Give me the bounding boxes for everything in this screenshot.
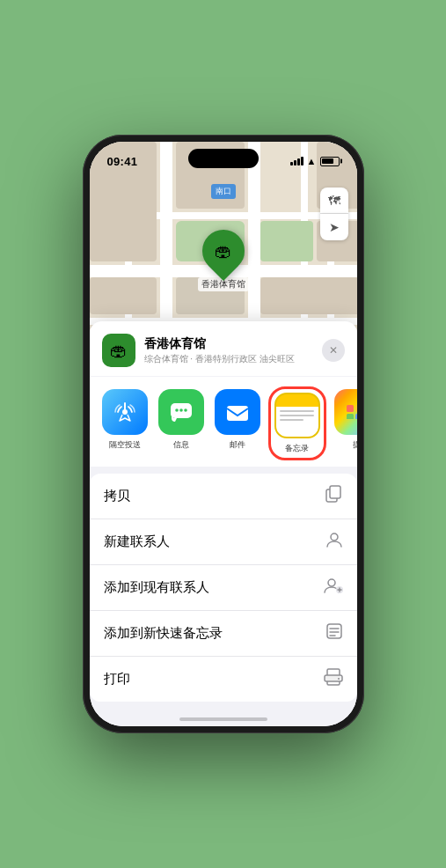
bottom-sheet: 🏟 香港体育馆 综合体育馆 · 香港特别行政区 油尖旺区 ✕ xyxy=(90,321,357,726)
svg-point-3 xyxy=(179,408,183,412)
dynamic-island xyxy=(188,149,259,168)
action-add-note[interactable]: 添加到新快速备忘录 xyxy=(90,611,357,657)
action-list: 拷贝 新建联系人 xyxy=(90,474,357,702)
location-pin: 🏟 香港体育馆 xyxy=(198,230,249,291)
svg-rect-18 xyxy=(325,675,342,681)
svg-point-2 xyxy=(175,408,179,412)
share-row: 隔空投送 信息 xyxy=(90,377,357,467)
svg-rect-5 xyxy=(227,406,248,421)
phone-screen: 09:41 ▲ xyxy=(90,142,357,726)
action-new-contact[interactable]: 新建联系人 xyxy=(90,519,357,565)
new-contact-icon xyxy=(325,531,343,553)
action-copy[interactable]: 拷贝 xyxy=(90,474,357,519)
pin-icon: 🏟 xyxy=(215,241,232,261)
signal-bars-icon xyxy=(290,157,303,166)
map-type-button[interactable]: 🗺 xyxy=(320,188,348,214)
messages-label: 信息 xyxy=(173,439,189,451)
add-contact-icon xyxy=(324,577,343,599)
action-new-contact-label: 新建联系人 xyxy=(104,533,170,550)
close-button[interactable]: ✕ xyxy=(322,339,345,362)
share-item-notes[interactable]: 备忘录 xyxy=(271,389,324,458)
airdrop-label: 隔空投送 xyxy=(109,439,141,451)
map-label: 南口 xyxy=(211,184,236,199)
add-note-icon xyxy=(325,622,343,644)
action-print[interactable]: 打印 xyxy=(90,657,357,702)
print-icon xyxy=(324,668,343,690)
share-item-more[interactable]: 提 xyxy=(334,389,357,458)
more-label: 提 xyxy=(353,439,357,451)
location-button[interactable]: ➤ xyxy=(320,214,348,240)
status-icons: ▲ xyxy=(290,156,340,166)
svg-rect-9 xyxy=(355,414,357,419)
svg-point-19 xyxy=(338,678,340,680)
notes-icon xyxy=(274,393,320,438)
share-item-messages[interactable]: 信息 xyxy=(158,389,204,458)
venue-name: 香港体育馆 xyxy=(144,336,322,352)
pin-marker: 🏟 xyxy=(194,221,253,281)
status-time: 09:41 xyxy=(107,155,138,168)
venue-subtitle: 综合体育馆 · 香港特别行政区 油尖旺区 xyxy=(144,353,322,365)
svg-rect-6 xyxy=(347,405,354,412)
svg-point-13 xyxy=(328,579,335,586)
notes-label: 备忘录 xyxy=(285,443,309,454)
messages-icon xyxy=(158,389,204,435)
action-print-label: 打印 xyxy=(104,671,130,688)
svg-point-12 xyxy=(331,533,338,541)
map-controls: 🗺 ➤ xyxy=(320,188,348,240)
copy-icon xyxy=(325,485,343,507)
battery-icon xyxy=(320,157,340,166)
wifi-icon: ▲ xyxy=(307,156,317,166)
mail-label: 邮件 xyxy=(230,439,245,451)
svg-rect-8 xyxy=(347,414,354,419)
share-item-mail[interactable]: 邮件 xyxy=(215,389,260,458)
more-icon xyxy=(334,389,357,435)
svg-rect-11 xyxy=(330,486,340,498)
share-item-airdrop[interactable]: 隔空投送 xyxy=(102,389,148,458)
svg-point-4 xyxy=(184,408,187,412)
action-add-existing[interactable]: 添加到现有联系人 xyxy=(90,565,357,611)
svg-rect-7 xyxy=(355,405,357,412)
action-add-existing-label: 添加到现有联系人 xyxy=(104,579,209,596)
action-copy-label: 拷贝 xyxy=(104,488,130,504)
venue-icon: 🏟 xyxy=(102,334,135,367)
home-bar xyxy=(179,717,267,721)
mail-icon xyxy=(215,389,260,435)
venue-info: 香港体育馆 综合体育馆 · 香港特别行政区 油尖旺区 xyxy=(144,336,322,365)
action-add-note-label: 添加到新快速备忘录 xyxy=(104,625,223,642)
phone-frame: 09:41 ▲ xyxy=(83,135,364,733)
home-indicator xyxy=(90,702,357,726)
airdrop-icon xyxy=(102,389,148,435)
sheet-header: 🏟 香港体育馆 综合体育馆 · 香港特别行政区 油尖旺区 ✕ xyxy=(90,321,357,376)
